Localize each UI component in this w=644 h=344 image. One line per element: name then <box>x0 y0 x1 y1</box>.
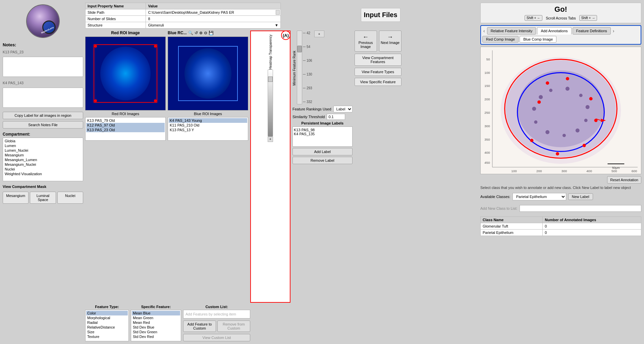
zoom-icon[interactable]: 🔍 <box>188 31 193 35</box>
annotation-image-area: 50 100 150 200 250 300 350 400 450 100 2… <box>480 47 641 174</box>
compartment-item-mesangium-nuclei[interactable]: Mesangium_Nuclei <box>4 162 82 167</box>
search-notes-button[interactable]: Search Notes File <box>3 121 83 129</box>
svg-text:300: 300 <box>484 124 490 128</box>
rank-slider[interactable] <box>297 31 302 104</box>
prop-slide-path: Slide Path <box>86 9 146 16</box>
tab-right-arrow-icon[interactable]: › <box>612 28 615 34</box>
note-box-1 <box>3 57 83 77</box>
bottom-features-area: Feature Type: Color Morphological Radial… <box>85 305 478 341</box>
class-name-header: Class Name <box>481 217 543 223</box>
specific-feature-item[interactable]: Mean Blue <box>132 311 180 315</box>
copy-label-button[interactable]: Copy Label for all images in region <box>3 112 83 119</box>
specific-feature-item[interactable]: Mean Green <box>132 315 180 320</box>
heatmap-plus-button[interactable]: + <box>268 137 273 142</box>
compartment-item-lumen-nuclei[interactable]: Lumen_Nuclei <box>4 148 82 153</box>
compartment-item-globia[interactable]: Globia <box>4 139 82 143</box>
svg-text:200: 200 <box>484 97 490 101</box>
svg-text:400: 400 <box>484 151 490 154</box>
tab-feature-definitions[interactable]: Feature Definitions <box>573 27 611 35</box>
feature-type-item[interactable]: Texture <box>86 334 128 339</box>
roi-corner-dot[interactable] <box>154 45 157 48</box>
roi-corner-dot[interactable] <box>154 99 157 102</box>
mask-luminal-btn[interactable]: Luminal Space <box>30 192 56 204</box>
reset-icon[interactable]: ↺ <box>195 31 198 35</box>
feature-type-item[interactable]: Radial <box>86 320 128 325</box>
feature-type-item[interactable]: Color <box>86 311 128 315</box>
feature-rankings-select[interactable]: Label <box>333 106 353 112</box>
red-roi-list[interactable]: K13 PAS_79 Old K12 PAS_97 Old K13 PAS_23… <box>85 117 166 141</box>
add-feature-custom-button[interactable]: Add Feature to Custom <box>183 321 216 332</box>
feature-type-item[interactable]: Size <box>86 330 128 334</box>
subtab-blue-comp[interactable]: Blue Comp Image <box>520 36 556 43</box>
specific-feature-item[interactable]: Std Dev Green <box>132 330 180 334</box>
svg-point-15 <box>534 120 537 124</box>
specific-feature-item[interactable]: Std Dev Red <box>132 334 180 339</box>
blue-roi-list-item[interactable]: K13 PAS_13 Y <box>169 128 247 132</box>
class-name-parietal: Parietal Epithelium <box>481 230 543 236</box>
add-label-button[interactable]: Add Label <box>292 148 353 155</box>
mask-mesangium-btn[interactable]: Mesangium <box>3 192 29 204</box>
svg-text:200: 200 <box>536 169 542 173</box>
view-custom-list-button[interactable]: View Custom List <box>183 334 250 341</box>
view-compartment-button[interactable]: View Compartment Features <box>355 54 401 66</box>
compartment-item-lumen[interactable]: Lumen <box>4 143 82 148</box>
input-property-area: Input Property Name Value Slide Path C:\… <box>85 3 281 29</box>
similarity-input[interactable] <box>327 114 345 120</box>
table-row: Slide Path C:\Users\Sam\Desktop\Mouse_Da… <box>86 9 281 16</box>
red-roi-list-item[interactable]: K13 PAS_79 Old <box>86 118 165 123</box>
svg-point-17 <box>537 100 541 104</box>
new-label-button[interactable]: New Label <box>568 193 593 200</box>
heatmap-slider[interactable] <box>268 69 273 137</box>
svg-point-8 <box>566 87 570 91</box>
blue-roi-list[interactable]: K4 PAS_143 Young K11 PAS_210 Old K13 PAS… <box>168 117 248 141</box>
class-table: Class Name Number of Annotated Images Gl… <box>480 216 641 236</box>
tab-add-annotations[interactable]: Add Annotations <box>537 27 571 35</box>
view-feature-types-button[interactable]: View Feature Types <box>355 68 401 76</box>
svg-point-19 <box>566 77 569 81</box>
red-roi-list-item[interactable]: K12 PAS_97 Old <box>86 123 165 128</box>
view-specific-button[interactable]: View Specific Feature <box>355 78 401 86</box>
reset-annotation-button[interactable]: Reset Annotation <box>607 176 641 184</box>
zoom-in-icon[interactable]: ⊕ <box>199 31 203 35</box>
rank-plus-button[interactable]: + <box>314 31 324 37</box>
subtab-red-comp[interactable]: Red Comp Image <box>482 36 519 43</box>
previous-image-button[interactable]: ← Previous Image <box>355 31 377 52</box>
specific-feature-title: Specific Feature: <box>131 305 181 309</box>
heatmap-thumb[interactable] <box>268 77 273 82</box>
rank-thumb[interactable] <box>297 46 302 52</box>
compartment-item-weighted[interactable]: Weighted Visualization <box>4 171 82 176</box>
next-image-button[interactable]: → Next Image <box>379 31 401 52</box>
custom-list-box[interactable]: Add Features by selecting item <box>183 310 250 318</box>
specific-feature-item[interactable]: Mean Red <box>132 320 180 325</box>
svg-point-13 <box>562 134 566 137</box>
mask-nuclei-btn[interactable]: Nuclei <box>57 192 83 204</box>
remove-label-button[interactable]: Remove Label <box>292 157 353 164</box>
label-a-badge: (A) <box>281 31 290 40</box>
svg-text:100: 100 <box>484 71 490 75</box>
col-name-header: Input Property Name <box>86 3 146 9</box>
add-new-class-input[interactable] <box>520 205 641 212</box>
remove-from-custom-button[interactable]: Remove from Custom <box>217 321 250 332</box>
svg-point-3 <box>518 70 604 147</box>
specific-feature-list[interactable]: Mean Blue Mean Green Mean Red Std Dev Bl… <box>131 310 181 341</box>
save-icon[interactable]: 💾 <box>209 31 214 35</box>
col-value-header: Value <box>146 3 281 9</box>
note-item-2-label: K4 PAS_143 <box>3 81 83 85</box>
blue-roi-list-item[interactable]: K11 PAS_210 Old <box>169 123 247 128</box>
blue-roi-list-item[interactable]: K4 PAS_143 Young <box>169 118 247 123</box>
compartment-item-mesangium-lumen[interactable]: Mesangium_Lumen <box>4 157 82 162</box>
feature-type-list[interactable]: Color Morphological Radial RelativeDista… <box>85 310 129 341</box>
tab-left-arrow-icon[interactable]: ‹ <box>482 28 486 34</box>
red-roi-list-item[interactable]: K13 PAS_23 Old <box>86 128 165 132</box>
specific-feature-item[interactable]: Std Dev Blue <box>132 325 180 330</box>
feature-type-item[interactable]: RelativeDistance <box>86 325 128 330</box>
shift-right-key: Shift + → <box>579 15 597 21</box>
scrollbar[interactable] <box>276 10 280 15</box>
zoom-out-icon[interactable]: ⊖ <box>204 31 207 35</box>
feature-type-item[interactable]: Morphological <box>86 315 128 320</box>
compartment-item-nuclei[interactable]: Nuclei <box>4 167 82 171</box>
available-classes-select[interactable]: Parietal Epithelium <box>513 193 566 200</box>
compartment-item-mesangium[interactable]: Mesangium <box>4 153 82 157</box>
reset-annotation-row: Reset Annotation <box>480 176 641 184</box>
tab-relative-feature[interactable]: Relative Feature Intensity <box>487 27 536 35</box>
